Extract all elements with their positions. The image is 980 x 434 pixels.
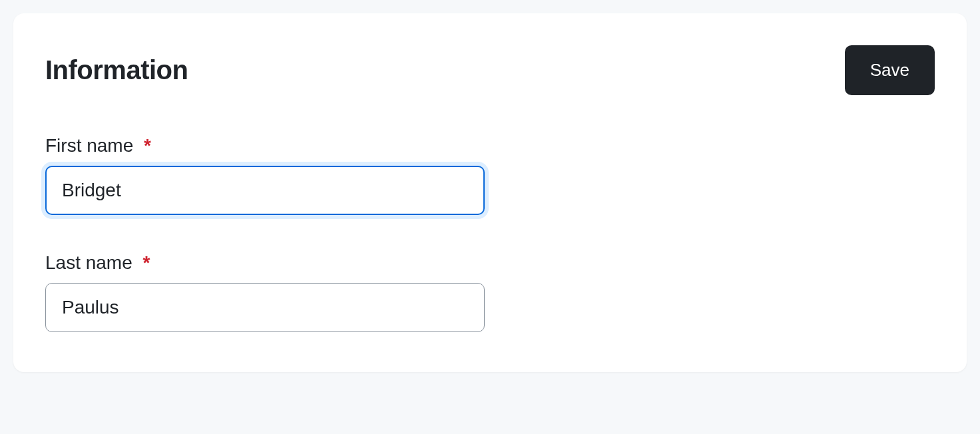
last-name-input[interactable]: [45, 283, 485, 332]
card-header: Information Save: [45, 45, 935, 95]
last-name-label-text: Last name: [45, 252, 132, 273]
last-name-group: Last name *: [45, 252, 485, 332]
card-title: Information: [45, 55, 188, 85]
first-name-input[interactable]: [45, 166, 485, 215]
first-name-label-text: First name: [45, 135, 133, 156]
last-name-label: Last name *: [45, 252, 485, 274]
information-card: Information Save First name * Last name …: [13, 13, 967, 372]
first-name-group: First name *: [45, 135, 485, 215]
first-name-label: First name *: [45, 135, 485, 156]
save-button[interactable]: Save: [845, 45, 935, 95]
required-asterisk-icon: *: [144, 135, 151, 156]
required-asterisk-icon: *: [143, 252, 150, 273]
